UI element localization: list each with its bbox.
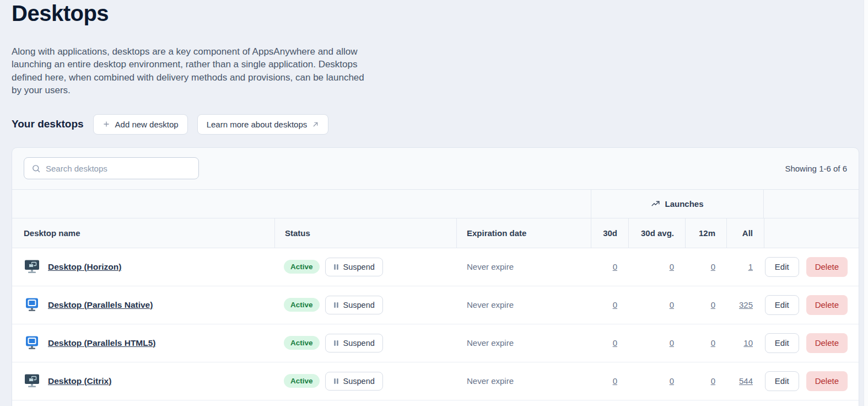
launches-all-link[interactable]: 325 (739, 300, 753, 309)
launches-30d-link[interactable]: 0 (613, 300, 617, 309)
trending-up-icon (651, 199, 660, 209)
expiration-cell: Never expire (456, 286, 591, 324)
suspend-button[interactable]: Suspend (325, 372, 383, 391)
suspend-label: Suspend (343, 339, 375, 348)
edit-button[interactable]: Edit (765, 333, 799, 353)
pause-icon (333, 264, 339, 270)
delete-button[interactable]: Delete (806, 257, 848, 277)
suspend-button[interactable]: Suspend (325, 258, 383, 276)
edit-button[interactable]: Edit (765, 371, 799, 391)
desktops-panel: Showing 1-6 of 6 Launches Desktop name S… (12, 147, 859, 406)
launches-all-link[interactable]: 1 (748, 262, 753, 271)
column-header-expiration-date: Expiration date (456, 218, 591, 248)
desktop-name-link[interactable]: Desktop (Parallels Native) (48, 300, 153, 310)
search-desktops-box[interactable] (24, 157, 199, 179)
desktop-name-link[interactable]: Desktop (Parallels HTML5) (48, 338, 156, 348)
status-badge: Active (284, 298, 320, 312)
expiration-cell: Never expire (456, 362, 591, 400)
page-title: Desktops (12, 1, 868, 26)
monitor-blue-icon (24, 298, 40, 312)
monitor-dark-icon (24, 260, 40, 274)
launches-12m-link[interactable]: 0 (711, 338, 715, 348)
column-header-12m: 12m (685, 218, 726, 248)
status-cell: Active Suspend (274, 362, 456, 400)
table-row: Desktop (Parallels Native) Active Suspen… (12, 286, 859, 324)
suspend-button[interactable]: Suspend (325, 296, 383, 314)
status-cell: Active Suspend (274, 248, 456, 286)
desktop-name-cell: Desktop (Citrix) (12, 362, 274, 400)
launches-30d-avg-link[interactable]: 0 (670, 300, 674, 309)
table-header-row: Desktop name Status Expiration date 30d … (12, 218, 859, 248)
actions-cell: Edit Delete (764, 286, 859, 324)
launches-all-link[interactable]: 544 (739, 376, 753, 386)
page-scrollbar[interactable] (864, 0, 868, 406)
showing-count: Showing 1-6 of 6 (785, 164, 847, 173)
desktops-page: Desktops Along with applications, deskto… (0, 0, 868, 406)
expiration-cell: Never expire (456, 248, 591, 286)
table-row: Desktop (Parallels HTML5) Active Suspend… (12, 324, 859, 362)
status-badge: Active (284, 336, 320, 350)
search-input[interactable] (46, 164, 191, 173)
pause-icon (333, 340, 339, 346)
launches-30d-avg-link[interactable]: 0 (670, 262, 674, 271)
table-row: Desktop (Citrix) Active Suspend Never ex… (12, 362, 859, 400)
actions-cell: Edit Delete (764, 324, 859, 362)
desktop-name-link[interactable]: Desktop (Horizon) (48, 262, 121, 272)
edit-button[interactable]: Edit (765, 257, 799, 277)
table-row: Desktop (Horizon) Active Suspend Never e… (12, 248, 859, 286)
suspend-label: Suspend (343, 377, 375, 386)
edit-button[interactable]: Edit (765, 295, 799, 315)
launches-30d-link[interactable]: 0 (613, 376, 617, 386)
launches-all-link[interactable]: 10 (743, 338, 753, 348)
actions-cell: Edit Delete (764, 362, 859, 400)
table-row-partial (12, 400, 859, 406)
learn-more-label: Learn more about desktops (207, 120, 308, 129)
column-header-actions (764, 218, 859, 248)
suspend-button[interactable]: Suspend (325, 334, 383, 352)
actions-cell: Edit Delete (764, 248, 859, 286)
section-title: Your desktops (12, 118, 84, 130)
launches-group-header: Launches (591, 190, 764, 218)
column-header-30d-avg: 30d avg. (628, 218, 685, 248)
monitor-blue-icon (24, 336, 40, 350)
table-group-header: Launches (12, 190, 859, 218)
search-icon (31, 164, 41, 173)
plus-icon (103, 120, 110, 128)
launches-30d-link[interactable]: 0 (613, 262, 617, 271)
group-header-spacer-left (12, 190, 591, 218)
suspend-label: Suspend (343, 263, 375, 271)
add-new-desktop-button[interactable]: Add new desktop (93, 114, 188, 135)
desktop-name-link[interactable]: Desktop (Citrix) (48, 376, 111, 386)
launches-12m-link[interactable]: 0 (711, 376, 715, 386)
delete-button[interactable]: Delete (806, 295, 848, 315)
column-header-status: Status (274, 218, 456, 248)
section-header-row: Your desktops Add new desktop Learn more… (12, 114, 868, 135)
suspend-label: Suspend (343, 301, 375, 309)
monitor-dark-icon (24, 374, 40, 388)
group-header-spacer-right (764, 190, 859, 218)
delete-button[interactable]: Delete (806, 371, 848, 391)
page-description: Along with applications, desktops are a … (12, 45, 375, 97)
status-cell: Active Suspend (274, 286, 456, 324)
column-header-all: All (726, 218, 764, 248)
learn-more-button[interactable]: Learn more about desktops (197, 114, 329, 135)
pause-icon (333, 302, 339, 308)
column-header-30d: 30d (591, 218, 628, 248)
launches-12m-link[interactable]: 0 (711, 262, 715, 271)
pause-icon (333, 378, 339, 384)
status-badge: Active (284, 260, 320, 274)
desktop-name-cell: Desktop (Parallels HTML5) (12, 324, 274, 362)
status-badge: Active (284, 374, 320, 388)
panel-toolbar: Showing 1-6 of 6 (12, 148, 859, 190)
launches-30d-link[interactable]: 0 (613, 338, 617, 348)
status-cell: Active Suspend (274, 324, 456, 362)
delete-button[interactable]: Delete (806, 333, 848, 353)
launches-12m-link[interactable]: 0 (711, 300, 715, 309)
add-new-desktop-label: Add new desktop (115, 120, 179, 129)
launches-group-label: Launches (665, 199, 703, 209)
desktop-name-cell: Desktop (Parallels Native) (12, 286, 274, 324)
desktop-name-cell: Desktop (Horizon) (12, 248, 274, 286)
launches-30d-avg-link[interactable]: 0 (670, 376, 674, 386)
column-header-desktop-name: Desktop name (12, 218, 274, 248)
launches-30d-avg-link[interactable]: 0 (670, 338, 674, 348)
